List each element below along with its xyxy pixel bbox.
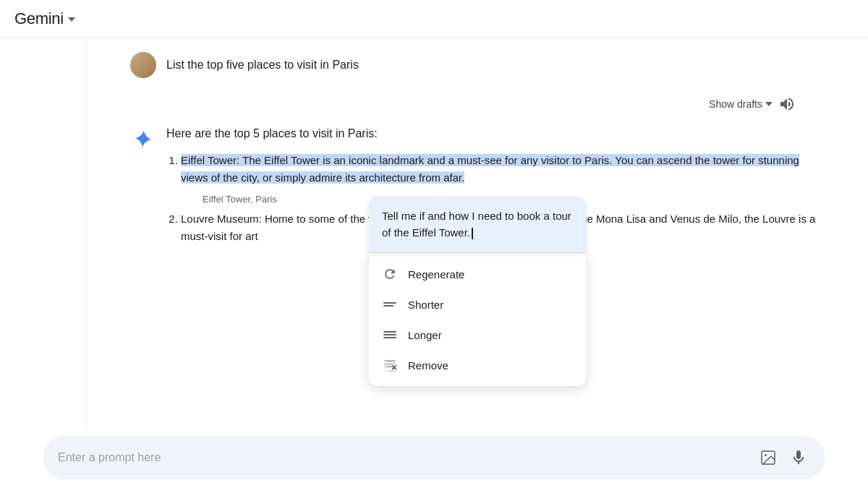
ai-message-row: Here are the top 5 places to visit in Pa…	[130, 124, 825, 252]
ai-response-area: Show drafts Here are the top 5 p	[130, 95, 825, 252]
bottom-bar	[0, 427, 868, 488]
gemini-title: Gemini	[14, 9, 64, 28]
menu-item-regenerate[interactable]: Regenerate	[369, 259, 586, 289]
show-drafts-button[interactable]: Show drafts	[709, 98, 773, 110]
image-icon	[760, 449, 777, 466]
menu-label-longer: Longer	[408, 329, 442, 341]
menu-item-shorter[interactable]: Shorter	[369, 289, 586, 320]
svg-rect-1	[385, 364, 396, 365]
prompt-input[interactable]	[58, 451, 749, 464]
svg-point-6	[765, 454, 767, 456]
text-cursor	[472, 228, 473, 239]
popup-overlay: Tell me if and how I need to book a tour…	[369, 197, 586, 386]
svg-rect-0	[385, 360, 396, 361]
input-container	[43, 436, 825, 479]
ai-content: Here are the top 5 places to visit in Pa…	[166, 124, 825, 252]
chevron-down-icon	[68, 17, 75, 22]
menu-label-remove: Remove	[408, 359, 448, 372]
header: Gemini	[0, 0, 868, 38]
avatar	[130, 52, 156, 78]
menu-item-remove[interactable]: Remove	[369, 350, 586, 380]
drafts-chevron-icon	[765, 102, 773, 106]
main-layout: List the top five places to visit in Par…	[0, 38, 868, 488]
popup-input-text: Tell me if and how I need to book a tour…	[382, 210, 571, 239]
speaker-button[interactable]	[778, 95, 796, 113]
shorter-lines-icon	[383, 302, 396, 307]
highlighted-text: Eiffel Tower: The Eiffel Tower is an ico…	[181, 154, 799, 184]
speaker-icon	[778, 95, 796, 113]
microphone-icon	[790, 449, 807, 466]
remove-icon	[382, 357, 398, 373]
longer-icon	[382, 327, 398, 343]
longer-lines-icon	[383, 331, 396, 338]
microphone-button[interactable]	[787, 446, 810, 469]
menu-label-shorter: Shorter	[408, 299, 443, 311]
sidebar	[0, 38, 87, 488]
user-message-text: List the top five places to visit in Par…	[166, 52, 359, 74]
gemini-logo[interactable]: Gemini	[14, 9, 75, 28]
popup-input-box: Tell me if and how I need to book a tour…	[369, 197, 586, 252]
ai-intro-text: Here are the top 5 places to visit in Pa…	[166, 124, 825, 143]
menu-item-longer[interactable]: Longer	[369, 320, 586, 350]
response-list: Eiffel Tower: The Eiffel Tower is an ico…	[166, 152, 825, 187]
list-item-1: Eiffel Tower: The Eiffel Tower is an ico…	[181, 152, 825, 187]
user-message-row: List the top five places to visit in Par…	[130, 52, 825, 78]
svg-rect-2	[385, 367, 392, 368]
menu-label-regenerate: Regenerate	[408, 268, 464, 281]
avatar-image	[130, 52, 156, 78]
content-area: List the top five places to visit in Par…	[87, 38, 868, 488]
gemini-star-icon	[130, 126, 156, 152]
image-upload-button[interactable]	[757, 446, 780, 469]
context-menu: Regenerate Shorter	[369, 252, 586, 386]
show-drafts-label: Show drafts	[709, 98, 762, 110]
shorter-icon	[382, 296, 398, 312]
show-drafts-row: Show drafts	[130, 95, 825, 113]
regenerate-icon	[382, 266, 398, 282]
